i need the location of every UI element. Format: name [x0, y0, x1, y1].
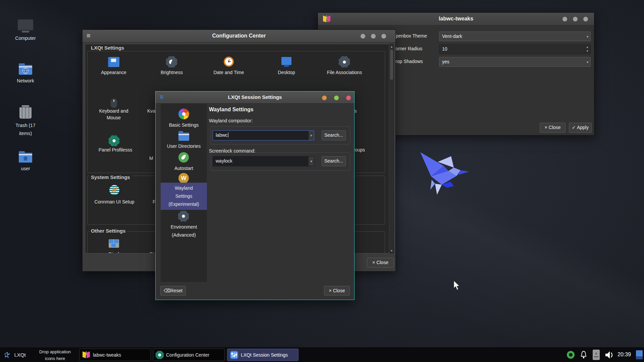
session-settings-titlebar[interactable]: ≡ LXQt Session Settings — [156, 92, 354, 104]
compositor-combobox[interactable]: labwc ▾ — [213, 130, 314, 140]
taskbar: LXQt Drop application icons here labwc-t… — [0, 347, 644, 362]
corner-radius-value: 10 — [442, 46, 447, 52]
corner-radius-spinbox[interactable]: 10 ▴ ▾ — [439, 44, 591, 54]
minimize-button[interactable] — [322, 96, 327, 100]
task-button-label: Configuration Center — [166, 352, 209, 358]
monitor-icon — [281, 57, 291, 65]
pinwheel-icon — [178, 109, 189, 119]
desktop-icon-network[interactable]: Network — [8, 63, 43, 84]
desktop-icon-trash[interactable]: Trash (17 items) — [8, 105, 43, 137]
launcher-label: Keyboard and — [95, 108, 132, 114]
maximize-button[interactable] — [371, 34, 376, 39]
close-button[interactable] — [346, 96, 351, 100]
minimize-button[interactable] — [562, 17, 567, 21]
scroll-up-icon[interactable]: ▴ — [390, 44, 393, 49]
launcher-fragment-m[interactable]: M — [149, 156, 153, 161]
panel-profiles-icon — [108, 135, 120, 147]
sidebar-item-environment[interactable]: Environment (Advanced) — [161, 210, 207, 244]
section-header-lxqt: LXQt Settings — [89, 45, 126, 51]
launcher-appearance[interactable]: Appearance — [95, 56, 132, 91]
config-scrollbar[interactable]: ▴ ▾ — [389, 44, 394, 253]
launcher-fragment-roups[interactable]: roups — [353, 147, 365, 153]
notifications-bell-icon[interactable] — [580, 351, 588, 359]
launcher-label: Panel Profilesss — [95, 147, 136, 153]
section-header-other: Other Settings — [89, 228, 127, 234]
trash-lid — [22, 105, 29, 107]
launcher-date-time[interactable]: Date and Time — [210, 56, 247, 91]
sidebar-item-basic-settings[interactable]: Basic Settings — [161, 107, 207, 132]
sidebar-item-label: Autostart — [161, 166, 207, 171]
openbox-theme-select[interactable]: Vent-dark ▾ — [439, 32, 591, 41]
launcher-fragment-kvantum[interactable]: Kva — [147, 108, 155, 114]
window-title: labwc-tweaks — [318, 16, 594, 22]
session-close-button[interactable]: × Close — [324, 286, 350, 296]
removable-media-icon[interactable]: ▲ — [593, 350, 600, 360]
computer-icon-stand — [22, 31, 29, 33]
launcher-fragment-di[interactable]: Di — [150, 251, 154, 253]
chevron-down-icon[interactable]: ▾ — [308, 131, 314, 140]
launcher-panel-profiles[interactable]: Panel Profilesss — [95, 135, 136, 162]
launcher-label: File Associations — [326, 70, 363, 75]
network-tray-icon[interactable] — [567, 351, 575, 359]
desktop-icon-user[interactable]: user — [8, 151, 43, 172]
workspace-switcher-icon[interactable] — [636, 350, 643, 359]
launcher-label: Desktop — [268, 70, 305, 75]
desktop-icon-label: Trash (17 — [15, 123, 35, 128]
computer-icon — [18, 19, 33, 31]
config-center-titlebar[interactable]: ≡ Configuration Center — [83, 30, 395, 43]
sidebar-item-autostart[interactable]: Autostart — [161, 150, 207, 174]
close-button[interactable] — [583, 17, 588, 21]
drop-shadows-value: yes — [442, 59, 449, 64]
task-button-configuration-center[interactable]: Configuration Center — [153, 349, 225, 361]
spin-up-icon[interactable]: ▴ — [585, 45, 590, 49]
labwc-book-icon — [82, 351, 90, 359]
minimize-button[interactable] — [361, 34, 365, 39]
desktop-icon-label: Computer — [13, 35, 37, 41]
reset-button[interactable]: ⌫Reset — [160, 286, 186, 296]
maximize-button[interactable] — [334, 96, 339, 100]
launcher-keyboard-mouse[interactable]: Keyboard and Mouse — [95, 98, 132, 133]
sidebar-item-wayland-settings[interactable]: Wayland Settings (Experimental) — [161, 183, 207, 210]
launcher-brightness[interactable]: Brightness — [153, 56, 190, 91]
labwc-close-button[interactable]: × Close — [540, 123, 566, 133]
labwc-apply-button[interactable]: ✓ Apply — [569, 123, 592, 133]
chevron-down-icon[interactable]: ▾ — [585, 57, 590, 66]
task-button-session-settings[interactable]: LXQt Session Settings — [227, 349, 299, 361]
maximize-button[interactable] — [573, 17, 578, 21]
appearance-icon — [108, 57, 119, 67]
clock[interactable]: 20:39 — [618, 352, 631, 358]
compositor-search-button[interactable]: Search... — [322, 130, 346, 140]
config-close-button[interactable]: × Close — [367, 258, 394, 267]
launcher-file-associations[interactable]: File Associations — [326, 56, 363, 91]
screenlock-search-button[interactable]: Search... — [322, 156, 346, 166]
app-menu-button[interactable]: LXQt — [0, 347, 30, 362]
file-associations-icon — [338, 56, 351, 68]
chevron-down-icon[interactable]: ▾ — [585, 32, 590, 41]
desktop: Computer Network Trash (17 items) user l… — [0, 0, 644, 362]
launcher-desktop[interactable]: Desktop — [268, 56, 305, 91]
launcher-connman[interactable]: Connman UI Setup — [93, 184, 136, 211]
wayland-icon: W — [178, 173, 189, 183]
screenlock-combobox[interactable]: waylock ▾ — [213, 156, 314, 166]
desktop-icon-computer[interactable]: Computer — [8, 19, 43, 41]
spin-down-icon[interactable]: ▾ — [585, 49, 590, 54]
volume-icon[interactable] — [604, 350, 615, 360]
sidebar-item-user-directories[interactable]: User Directories — [161, 129, 207, 152]
launcher-fragment-display[interactable]: Displ — [95, 251, 132, 253]
drop-hint-line2: icons here — [45, 356, 65, 361]
task-button-labwc-tweaks[interactable]: labwc-tweaks — [79, 349, 151, 361]
drop-shadows-select[interactable]: yes ▾ — [439, 57, 591, 67]
folder-icon — [178, 133, 189, 141]
scrollbar-thumb[interactable] — [390, 50, 393, 80]
quicklaunch-drop-area[interactable]: Drop application icons here — [32, 347, 78, 362]
chevron-down-icon[interactable]: ▾ — [308, 157, 314, 166]
scroll-down-icon[interactable]: ▾ — [390, 248, 393, 253]
launcher-display[interactable]: Displ — [95, 239, 132, 253]
text-caret — [228, 132, 228, 137]
wayland-settings-heading: Wayland Settings — [209, 107, 254, 113]
monitor-stand — [284, 65, 289, 67]
trash-icon — [19, 107, 32, 119]
drop-hint-line1: Drop application — [39, 349, 71, 354]
close-button[interactable] — [381, 34, 386, 39]
labwc-tweaks-titlebar[interactable]: labwc-tweaks — [318, 13, 594, 25]
